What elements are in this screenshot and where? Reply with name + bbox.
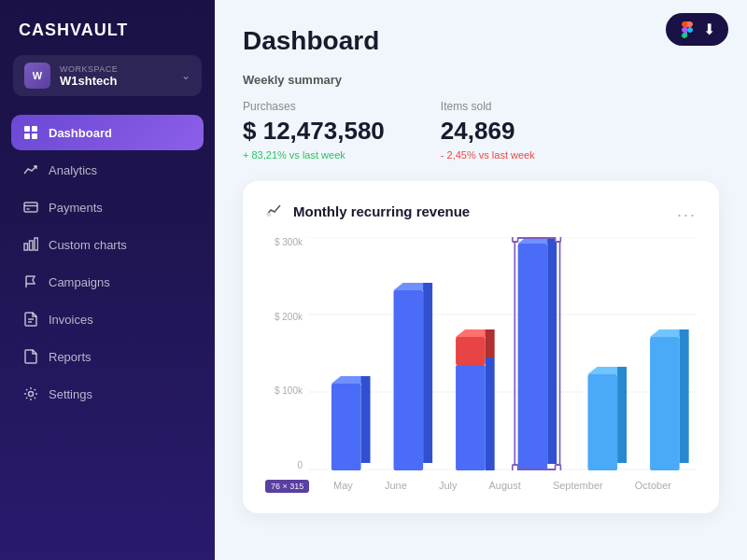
sidebar-item-label: Custom charts — [49, 238, 127, 252]
x-label-september: September — [553, 480, 603, 491]
sidebar-item-payments[interactable]: Payments — [11, 189, 204, 225]
sidebar-item-label: Reports — [49, 350, 92, 364]
chart-line-icon — [22, 161, 39, 178]
workspace-avatar: W — [24, 63, 50, 89]
stat-items-sold-value: 24,869 — [441, 117, 535, 146]
workspace-name: W1shtech — [60, 74, 172, 88]
bar-chart-icon — [22, 236, 39, 253]
y-label-0: 0 — [265, 460, 308, 470]
svg-rect-29 — [486, 357, 495, 470]
nav-items: Dashboard Analytics Payments — [0, 111, 215, 560]
workspace-selector[interactable]: W WORKSPACE W1shtech ⌄ — [13, 55, 202, 96]
y-label-100k: $ 100k — [265, 385, 308, 396]
stat-items-sold-label: Items sold — [441, 100, 535, 113]
sidebar-item-label: Campaigns — [49, 275, 110, 289]
svg-rect-4 — [24, 203, 37, 212]
svg-rect-26 — [456, 337, 486, 365]
sidebar: CASHVAULT W WORKSPACE W1shtech ⌄ Dashboa… — [0, 0, 215, 560]
flag-icon — [22, 273, 39, 290]
chart-card: Monthly recurring revenue ... $ 300k $ 2… — [243, 181, 719, 513]
svg-rect-24 — [423, 283, 432, 463]
svg-rect-14 — [267, 213, 271, 217]
y-axis-labels: $ 300k $ 200k $ 100k 0 — [265, 237, 308, 470]
gear-icon — [22, 385, 39, 402]
sidebar-item-invoices[interactable]: Invoices — [11, 301, 204, 337]
svg-rect-0 — [24, 126, 30, 132]
workspace-info: WORKSPACE W1shtech — [60, 64, 172, 88]
x-label-october: October — [635, 480, 671, 491]
svg-rect-43 — [680, 329, 689, 463]
sidebar-item-settings[interactable]: Settings — [11, 376, 204, 412]
sidebar-item-label: Payments — [49, 201, 103, 215]
stat-purchases-value: $ 12,473,580 — [243, 117, 385, 146]
y-label-300k: $ 300k — [265, 237, 308, 247]
sidebar-item-label: Invoices — [49, 313, 93, 327]
stat-purchases-label: Purchases — [243, 100, 385, 113]
chart-area-icon — [265, 200, 284, 222]
stat-purchases: Purchases $ 12,473,580 + 83,21% vs last … — [243, 100, 385, 161]
sidebar-item-label: Dashboard — [49, 126, 112, 140]
x-label-may: May — [333, 480, 353, 491]
sidebar-item-reports[interactable]: Reports — [11, 339, 204, 374]
file-icon — [22, 348, 39, 365]
svg-rect-30 — [518, 244, 548, 470]
svg-rect-22 — [394, 290, 424, 470]
workspace-label: WORKSPACE — [60, 64, 172, 74]
sidebar-item-label: Analytics — [49, 163, 97, 177]
stat-items-sold: Items sold 24,869 - 2,45% vs last week — [441, 100, 535, 161]
figma-icon — [679, 21, 696, 38]
bars-svg — [308, 237, 697, 470]
svg-rect-28 — [486, 329, 495, 357]
file-text-icon — [22, 311, 39, 328]
stats-row: Purchases $ 12,473,580 + 83,21% vs last … — [243, 100, 719, 161]
chart-area: $ 300k $ 200k $ 100k 0 — [265, 237, 697, 498]
chart-title-area: Monthly recurring revenue — [265, 200, 470, 222]
svg-point-13 — [29, 392, 34, 397]
svg-rect-1 — [32, 126, 37, 132]
svg-rect-8 — [30, 241, 34, 250]
grid-icon — [22, 124, 39, 141]
svg-rect-38 — [588, 374, 618, 470]
main-content: ⬇ Dashboard Weekly summary Purchases $ 1… — [215, 0, 747, 560]
x-label-june: June — [385, 480, 407, 491]
weekly-summary-label: Weekly summary — [243, 73, 719, 87]
sidebar-item-analytics[interactable]: Analytics — [11, 152, 204, 188]
sidebar-item-campaigns[interactable]: Campaigns — [11, 264, 204, 300]
svg-rect-9 — [35, 238, 38, 250]
y-label-200k: $ 200k — [265, 312, 308, 322]
x-axis-labels: May June July August September October — [308, 472, 697, 498]
sidebar-item-custom-charts[interactable]: Custom charts — [11, 227, 204, 262]
selection-label: 76 × 315 — [265, 476, 309, 493]
sidebar-item-dashboard[interactable]: Dashboard — [11, 115, 204, 150]
svg-rect-41 — [650, 337, 680, 470]
svg-rect-21 — [361, 376, 371, 463]
x-label-august: August — [489, 480, 521, 491]
chart-title: Monthly recurring revenue — [293, 203, 470, 219]
svg-rect-40 — [617, 367, 627, 463]
svg-rect-25 — [456, 365, 486, 470]
svg-rect-34 — [513, 237, 518, 242]
chart-header: Monthly recurring revenue ... — [265, 200, 697, 222]
stat-items-sold-change: - 2,45% vs last week — [441, 149, 535, 161]
stat-purchases-change: + 83,21% vs last week — [243, 149, 385, 161]
svg-rect-32 — [547, 237, 557, 464]
x-label-july: July — [439, 480, 458, 491]
chart-menu-button[interactable]: ... — [677, 202, 697, 221]
chevron-down-icon: ⌄ — [181, 69, 190, 82]
svg-rect-7 — [24, 244, 28, 250]
svg-rect-35 — [556, 237, 561, 242]
credit-card-icon — [22, 199, 39, 216]
svg-rect-19 — [331, 384, 361, 470]
svg-rect-3 — [32, 133, 37, 139]
svg-rect-2 — [24, 133, 30, 139]
svg-rect-37 — [556, 465, 561, 470]
top-right-button[interactable]: ⬇ — [666, 13, 728, 46]
page-title: Dashboard — [243, 26, 719, 56]
app-logo: CASHVAULT — [0, 0, 215, 55]
download-icon: ⬇ — [703, 21, 715, 38]
svg-rect-36 — [513, 465, 518, 470]
sidebar-item-label: Settings — [49, 387, 92, 401]
